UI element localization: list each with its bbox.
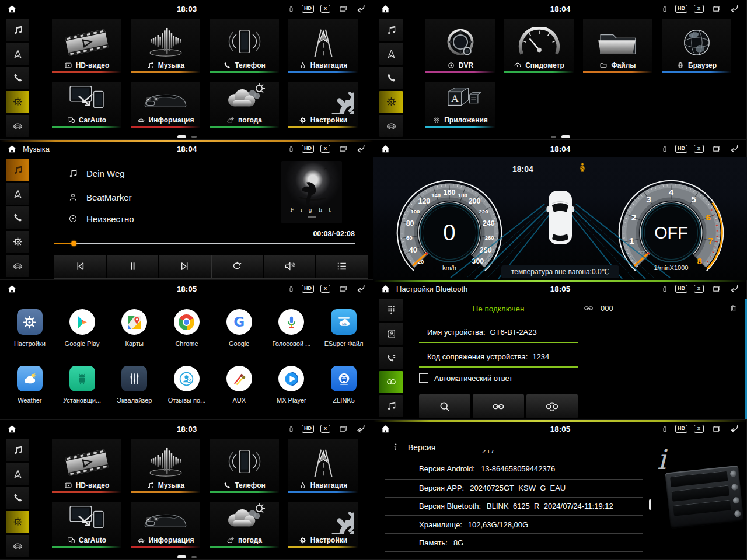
home-tile[interactable]: CarAuto (52, 502, 121, 548)
playlist-button[interactable] (315, 255, 368, 278)
home-icon[interactable] (7, 144, 17, 154)
home-tile[interactable]: погода (210, 82, 279, 128)
app-settings[interactable]: Настройки (4, 301, 56, 358)
sidebar-item-settings[interactable] (379, 91, 403, 113)
window-icon[interactable] (710, 284, 722, 294)
close-badge[interactable]: x (694, 425, 704, 433)
app-weather[interactable]: Weather (4, 358, 56, 414)
home-icon[interactable] (7, 424, 17, 434)
home-tile[interactable]: Спидометр (504, 19, 574, 73)
home-tile[interactable]: Настройки (288, 82, 358, 128)
sidebar-item-navigation[interactable] (6, 463, 29, 485)
sidebar-item-music[interactable] (6, 439, 29, 461)
app-maps[interactable]: Карты (108, 301, 160, 358)
back-icon[interactable] (355, 144, 366, 154)
progress-handle[interactable] (71, 241, 76, 246)
window-icon[interactable] (337, 284, 348, 294)
close-badge[interactable]: x (320, 425, 330, 433)
app-voice-search[interactable]: Голосовой ... (266, 301, 318, 358)
scrollbar-thumb[interactable] (649, 499, 651, 510)
bt-device-name-row[interactable]: Имя устройства:GT6-BT-2A23 (419, 328, 578, 343)
back-icon[interactable] (728, 4, 740, 14)
trash-icon[interactable] (729, 304, 738, 313)
sidebar-item-settings[interactable] (6, 511, 29, 533)
previous-button[interactable] (54, 255, 106, 278)
home-tile[interactable]: погода (210, 502, 279, 548)
sidebar-item-music[interactable] (6, 159, 29, 181)
close-badge[interactable]: x (320, 145, 330, 153)
app-mx-player[interactable]: MX Player (266, 358, 318, 414)
back-icon[interactable] (355, 284, 366, 294)
app-esuper-file[interactable]: ESESuper Файл (317, 301, 370, 358)
app-equalizer[interactable]: Эквалайзер (108, 358, 160, 414)
home-tile[interactable]: Музыка (131, 439, 200, 493)
sidebar-item-car[interactable] (379, 115, 403, 137)
window-icon[interactable] (710, 424, 722, 434)
sidebar-item-dialpad[interactable] (379, 299, 403, 321)
back-icon[interactable] (728, 144, 740, 154)
home-tile[interactable]: Настройки (288, 502, 358, 548)
app-google[interactable]: GGoogle (213, 301, 266, 358)
window-icon[interactable] (710, 144, 722, 154)
app-feedback[interactable]: Отзывы по... (160, 358, 213, 414)
home-icon[interactable] (381, 284, 390, 294)
close-badge[interactable]: x (320, 5, 330, 13)
app-aux[interactable]: AUX (213, 358, 266, 414)
back-icon[interactable] (355, 4, 366, 14)
back-icon[interactable] (728, 284, 740, 294)
home-tile[interactable]: Телефон (210, 439, 279, 493)
sidebar-item-settings[interactable] (6, 231, 29, 253)
sidebar-item-pairing[interactable] (379, 371, 403, 393)
home-tile[interactable]: Навигация (288, 19, 358, 73)
sidebar-item-phone[interactable] (6, 487, 29, 509)
home-icon[interactable] (381, 424, 390, 434)
sidebar-item-car[interactable] (6, 115, 29, 137)
window-icon[interactable] (337, 424, 348, 434)
home-tile[interactable]: Информация (131, 502, 200, 548)
sidebar-item-bt-music[interactable] (379, 395, 403, 417)
checkbox-box[interactable] (419, 373, 428, 383)
bt-disconnect-button[interactable] (526, 394, 578, 418)
sidebar-item-settings[interactable] (6, 91, 29, 113)
sidebar-item-phone[interactable] (6, 66, 29, 89)
home-icon[interactable] (381, 144, 390, 154)
close-badge[interactable]: x (694, 5, 704, 13)
app-chrome[interactable]: Chrome (160, 301, 213, 358)
bt-connect-button[interactable] (473, 394, 524, 418)
sidebar-item-navigation[interactable] (379, 43, 403, 65)
app-zlink[interactable]: ZLINK5 (317, 358, 370, 414)
sidebar-item-phone[interactable] (6, 206, 29, 229)
home-tile[interactable]: Файлы (583, 19, 652, 73)
sidebar-item-car[interactable] (6, 535, 29, 557)
window-icon[interactable] (337, 144, 348, 154)
home-tile[interactable]: Браузер (662, 19, 731, 73)
back-icon[interactable] (355, 424, 366, 434)
sidebar-item-music[interactable] (379, 19, 403, 41)
window-icon[interactable] (337, 4, 348, 14)
close-badge[interactable]: x (694, 145, 704, 153)
home-tile[interactable]: CarAuto (52, 82, 121, 128)
paired-device-row[interactable]: 000 (584, 303, 738, 320)
progress-bar[interactable] (54, 241, 355, 247)
home-icon[interactable] (7, 284, 17, 294)
home-tile[interactable]: DVR (425, 19, 495, 73)
home-tile[interactable]: HD-видео (52, 19, 121, 73)
auto-answer-checkbox[interactable]: Автоматический ответ (419, 373, 512, 383)
sidebar-item-car[interactable] (6, 255, 29, 277)
sidebar-item-contacts[interactable] (379, 323, 403, 345)
home-tile[interactable]: Телефон (210, 19, 279, 73)
close-badge[interactable]: x (694, 285, 704, 293)
home-tile[interactable]: Приложения (425, 82, 495, 128)
sidebar-item-music[interactable] (6, 19, 29, 41)
sidebar-item-call-history[interactable] (379, 346, 403, 369)
equalizer-button[interactable] (263, 255, 316, 278)
home-tile[interactable]: Навигация (288, 439, 358, 493)
home-tile[interactable]: HD-видео (52, 439, 121, 493)
sidebar-item-navigation[interactable] (6, 183, 29, 205)
home-icon[interactable] (381, 4, 390, 14)
pause-button[interactable] (106, 255, 159, 278)
app-installer[interactable]: Установщи... (56, 358, 109, 414)
repeat-button[interactable] (211, 255, 263, 278)
home-tile[interactable]: Музыка (131, 19, 200, 73)
bt-search-button[interactable] (419, 394, 470, 418)
